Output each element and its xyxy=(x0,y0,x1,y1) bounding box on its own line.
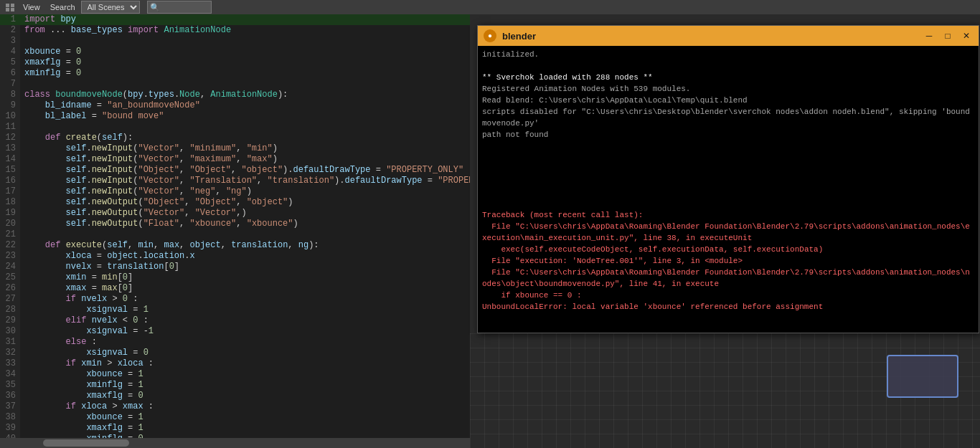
svg-rect-1 xyxy=(11,4,14,7)
blender-window: ● blender ─ □ ✕ initialized. ** Sverchok… xyxy=(477,25,979,333)
console-line-18: if xbounce == 0 : xyxy=(482,290,974,301)
line-content-3 xyxy=(20,36,24,47)
line-number-21: 21 xyxy=(0,229,20,240)
line-content-34: xbounce = 1 xyxy=(20,369,143,380)
console-line-2: ** Sverchok loaded with 288 nodes ** xyxy=(482,72,974,83)
line-number-37: 37 xyxy=(0,401,20,412)
line-number-10: 10 xyxy=(0,111,20,122)
line-number-31: 31 xyxy=(0,337,20,348)
horizontal-scrollbar[interactable] xyxy=(0,438,470,448)
code-line-15: 15 self.newInput("Object", "Object", "ob… xyxy=(0,165,470,176)
line-content-2: from ... base_types import AnimationNode xyxy=(20,25,231,36)
code-line-2: 2from ... base_types import AnimationNod… xyxy=(0,25,470,36)
scenes-select[interactable]: All Scenes xyxy=(81,1,140,14)
line-number-5: 5 xyxy=(0,57,20,68)
code-lines-container: 1import bpy2from ... base_types import A… xyxy=(0,14,470,448)
code-line-21: 21 xyxy=(0,229,470,240)
line-number-23: 23 xyxy=(0,251,20,262)
line-content-4: xbounce = 0 xyxy=(20,47,81,57)
line-content-28: xsignval = 1 xyxy=(20,305,149,315)
line-number-34: 34 xyxy=(0,369,20,380)
line-number-13: 13 xyxy=(0,143,20,154)
main-area: 1import bpy2from ... base_types import A… xyxy=(0,14,980,448)
console-line-7 xyxy=(482,140,974,152)
code-line-4: 4xbounce = 0 xyxy=(0,47,470,57)
line-content-19: self.newOutput("Vector", "Vector",) xyxy=(20,208,247,219)
console-line-11 xyxy=(482,186,974,198)
console-line-19: UnboundLocalError: local variable 'xboun… xyxy=(482,301,974,313)
line-content-37: if xloca > xmax : xyxy=(20,401,154,412)
code-line-17: 17 self.newInput("Vector", "neg", "ng") xyxy=(0,186,470,197)
code-line-35: 35 xminflg = 1 xyxy=(0,380,470,391)
line-number-12: 12 xyxy=(0,133,20,143)
node-box xyxy=(887,355,958,398)
line-number-18: 18 xyxy=(0,197,20,208)
line-number-32: 32 xyxy=(0,348,20,358)
line-content-30: xsignval = -1 xyxy=(20,326,154,337)
line-number-38: 38 xyxy=(0,412,20,423)
line-number-8: 8 xyxy=(0,90,20,100)
code-line-39: 39 xmaxflg = 1 xyxy=(0,423,470,434)
view-menu-button[interactable]: View xyxy=(19,1,44,14)
line-number-14: 14 xyxy=(0,154,20,165)
code-line-31: 31 else : xyxy=(0,337,470,348)
code-line-5: 5xmaxflg = 0 xyxy=(0,57,470,68)
line-number-4: 4 xyxy=(0,47,20,57)
code-line-26: 26 xmax = max[0] xyxy=(0,283,470,294)
code-line-22: 22 def execute(self, min, max, object, t… xyxy=(0,240,470,251)
code-line-25: 25 xmin = min[0] xyxy=(0,272,470,283)
maximize-button[interactable]: □ xyxy=(941,29,954,42)
line-number-30: 30 xyxy=(0,326,20,337)
code-line-10: 10 bl_label = "bound move" xyxy=(0,111,470,122)
console-line-13: Traceback (most recent call last): xyxy=(482,209,974,221)
line-number-1: 1 xyxy=(0,14,20,25)
line-content-27: if nvelx > 0 : xyxy=(20,294,138,305)
blender-titlebar: ● blender ─ □ ✕ xyxy=(478,26,979,46)
line-content-39: xmaxflg = 1 xyxy=(20,423,143,434)
line-content-26: xmax = max[0] xyxy=(20,283,133,294)
console-line-14: File "C:\Users\chris\AppData\Roaming\Ble… xyxy=(482,221,974,244)
code-line-6: 6xminflg = 0 xyxy=(0,68,470,79)
console-line-16: File "execution: 'NodeTree.001'", line 3… xyxy=(482,255,974,267)
line-content-9: bl_idname = "an_boundmoveNode" xyxy=(20,100,200,111)
minimize-button[interactable]: ─ xyxy=(923,29,936,42)
scrollbar-thumb[interactable] xyxy=(43,439,129,447)
line-content-35: xminflg = 1 xyxy=(20,380,143,391)
line-content-25: xmin = min[0] xyxy=(20,272,133,283)
console-line-15: exec(self.executeCodeObject, self.execut… xyxy=(482,244,974,255)
code-line-29: 29 elif nvelx < 0 : xyxy=(0,315,470,326)
line-content-29: elif nvelx < 0 : xyxy=(20,315,149,326)
line-number-16: 16 xyxy=(0,176,20,186)
line-content-7 xyxy=(20,79,24,90)
line-number-39: 39 xyxy=(0,423,20,434)
code-line-19: 19 self.newOutput("Vector", "Vector",) xyxy=(0,208,470,219)
code-line-20: 20 self.newOutput("Float", "xbounce", "x… xyxy=(0,219,470,229)
line-number-19: 19 xyxy=(0,208,20,219)
close-button[interactable]: ✕ xyxy=(960,29,973,42)
line-content-11 xyxy=(20,122,24,133)
code-line-34: 34 xbounce = 1 xyxy=(0,369,470,380)
code-line-38: 38 xbounce = 1 xyxy=(0,412,470,423)
line-content-21 xyxy=(20,229,24,240)
console-line-12 xyxy=(482,198,974,209)
menu-icon xyxy=(3,0,17,14)
line-number-25: 25 xyxy=(0,272,20,283)
line-number-33: 33 xyxy=(0,358,20,369)
blender-console-content: initialized. ** Sverchok loaded with 288… xyxy=(478,46,979,333)
line-content-23: xloca = object.location.x xyxy=(20,251,195,262)
console-line-8 xyxy=(482,152,974,163)
search-icon: 🔍 xyxy=(150,3,160,12)
line-content-10: bl_label = "bound move" xyxy=(20,111,164,122)
line-content-18: self.newOutput("Object", "Object", "obje… xyxy=(20,197,293,208)
code-editor: 1import bpy2from ... base_types import A… xyxy=(0,14,470,448)
line-number-17: 17 xyxy=(0,186,20,197)
code-line-23: 23 xloca = object.location.x xyxy=(0,251,470,262)
line-content-14: self.newInput("Vector", "maximum", "max"… xyxy=(20,154,278,165)
line-number-2: 2 xyxy=(0,25,20,36)
line-content-6: xminflg = 0 xyxy=(20,68,81,79)
search-menu-button[interactable]: Search xyxy=(46,1,80,14)
blender-logo-icon: ● xyxy=(484,29,496,42)
node-editor xyxy=(470,333,980,448)
svg-rect-3 xyxy=(11,8,14,11)
code-line-13: 13 self.newInput("Vector", "minimum", "m… xyxy=(0,143,470,154)
